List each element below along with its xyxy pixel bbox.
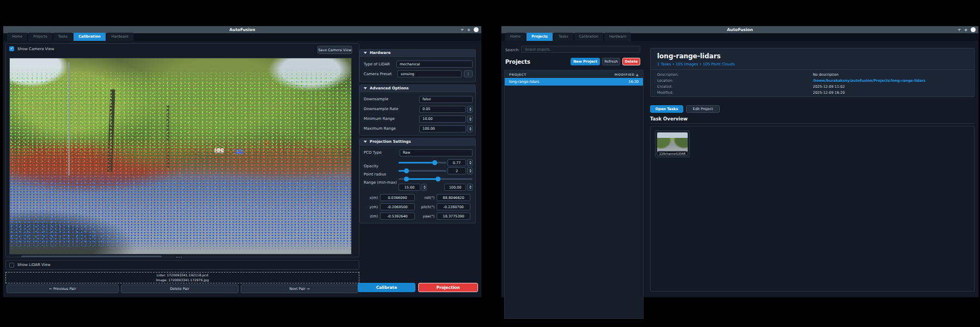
window-maximize-icon[interactable] bbox=[467, 28, 470, 32]
camera-preset-input[interactable]: sensing bbox=[397, 70, 462, 77]
spinner-control[interactable] bbox=[467, 159, 473, 166]
splitter-handle[interactable] bbox=[176, 257, 182, 258]
minimum-range-input[interactable]: 10.00 bbox=[419, 116, 466, 123]
divider bbox=[650, 123, 975, 124]
roll-input[interactable]: 88.8046620 bbox=[437, 194, 470, 201]
created-label: Created: bbox=[657, 84, 672, 89]
pcd-type-label: PCD Type bbox=[364, 150, 382, 155]
tab-tasks[interactable]: Tasks bbox=[554, 33, 573, 41]
maximum-range-input[interactable]: 100.00 bbox=[419, 125, 466, 132]
window-minimize-icon[interactable] bbox=[958, 29, 961, 31]
calibrate-button[interactable]: Calibrate bbox=[358, 283, 415, 292]
range-max-input[interactable]: 100.00 bbox=[444, 184, 466, 191]
yaw-input[interactable]: 18.3775390 bbox=[437, 213, 470, 220]
type-of-lidar-input[interactable]: mechanical bbox=[396, 60, 473, 68]
edit-project-button[interactable]: Edit Project bbox=[686, 105, 720, 113]
opacity-slider[interactable] bbox=[399, 162, 446, 164]
opacity-input[interactable]: 0.77 bbox=[448, 159, 466, 166]
spinner-control[interactable] bbox=[467, 125, 473, 132]
tab-projects[interactable]: Projects bbox=[28, 33, 52, 41]
range-slider[interactable] bbox=[399, 178, 473, 180]
window-minimize-icon[interactable] bbox=[461, 29, 464, 31]
projection-panel-header[interactable]: Projection Settings bbox=[360, 138, 475, 146]
show-camera-view-checkbox[interactable]: ✓ bbox=[9, 46, 14, 51]
column-modified[interactable]: MODIFIED ▲ bbox=[615, 72, 639, 76]
delete-button[interactable]: Delete bbox=[622, 58, 640, 65]
location-path-link[interactable]: /home/burakaksoy/autofusion/Projects/lon… bbox=[813, 78, 926, 83]
projects-table: PROJECT MODIFIED ▲ long-range-lidars 16:… bbox=[504, 70, 644, 319]
show-camera-view-label: Show Camera View bbox=[17, 47, 54, 51]
delete-pair-button[interactable]: Delete Pair bbox=[121, 284, 238, 293]
yaw-value: 18.3775390 bbox=[443, 214, 464, 219]
show-lidar-view-checkbox[interactable] bbox=[9, 263, 14, 268]
point-radius-input[interactable]: 2 bbox=[448, 167, 466, 174]
spinner-control[interactable] bbox=[467, 167, 473, 174]
spinner-control[interactable] bbox=[467, 106, 473, 113]
project-detail-card: long-range-lidars 1 Tasks • 105 Images •… bbox=[650, 48, 975, 97]
pitch-label: pitch(°) bbox=[415, 205, 434, 209]
tab-home[interactable]: Home bbox=[7, 33, 27, 41]
downsample-rate-input[interactable]: 0.05 bbox=[419, 106, 466, 113]
camera-image[interactable] bbox=[9, 58, 352, 255]
camera-preset-menu-button[interactable]: ⋮ bbox=[464, 70, 473, 77]
tab-calibration[interactable]: Calibration bbox=[574, 33, 603, 41]
created-value: 2025-12-09 11:02 bbox=[813, 84, 845, 89]
tab-calibration[interactable]: Calibration bbox=[74, 33, 105, 41]
previous-pair-button[interactable]: ← Previous Pair bbox=[7, 284, 119, 293]
search-label: Search: bbox=[505, 48, 519, 52]
projects-table-header[interactable]: PROJECT MODIFIED ▲ bbox=[505, 70, 643, 78]
project-stats-link[interactable]: 1 Tasks • 105 Images • 105 Point Clouds bbox=[657, 62, 735, 66]
x-input[interactable]: 0.0366090 bbox=[380, 194, 415, 201]
save-camera-view-button[interactable]: Save Camera View bbox=[317, 46, 352, 54]
spinner-control[interactable] bbox=[467, 116, 473, 123]
hardware-panel-header[interactable]: Hardware bbox=[360, 50, 475, 57]
downsample-input[interactable]: false bbox=[419, 96, 473, 103]
calibration-window: AutoFusion Home Projects Tasks Calibrati… bbox=[3, 26, 481, 297]
camera-hscrollbar[interactable] bbox=[21, 256, 162, 257]
table-row[interactable]: long-range-lidars 16:20 bbox=[505, 78, 643, 86]
next-pair-button[interactable]: Next Pair → bbox=[241, 284, 358, 293]
tab-hardware[interactable]: Hardware bbox=[604, 33, 631, 41]
downsample-rate-value: 0.05 bbox=[422, 107, 430, 111]
range-min-knob[interactable] bbox=[404, 177, 409, 181]
projection-button[interactable]: Projection bbox=[418, 283, 478, 292]
spinner-control[interactable] bbox=[421, 184, 427, 191]
tab-tasks[interactable]: Tasks bbox=[53, 33, 72, 41]
z-input[interactable]: -0.5392640 bbox=[380, 213, 415, 220]
opacity-value: 0.77 bbox=[453, 161, 461, 165]
range-max-knob[interactable] bbox=[436, 177, 440, 181]
refresh-button[interactable]: Refresh bbox=[602, 58, 620, 65]
search-input[interactable] bbox=[521, 46, 640, 53]
calibrate-label: Calibrate bbox=[376, 285, 397, 290]
x-label: x(m) bbox=[364, 196, 378, 200]
pair-info-dropzone[interactable]: Lidar: 1720093341.192118.pcd Image: 1720… bbox=[5, 272, 359, 283]
projects-window: AutoFusion Home Projects Tasks Calibrati… bbox=[501, 26, 978, 297]
window-close-icon[interactable] bbox=[971, 27, 976, 32]
range-min-input[interactable]: 15.00 bbox=[399, 184, 420, 191]
point-radius-slider-knob[interactable] bbox=[404, 168, 409, 173]
type-of-lidar-label: Type of LiDAR bbox=[364, 62, 390, 66]
right-titlebar[interactable]: AutoFusion bbox=[501, 26, 978, 33]
opacity-slider-knob[interactable] bbox=[432, 160, 437, 165]
range-min-value: 15.00 bbox=[405, 185, 415, 190]
advanced-panel-header[interactable]: Advanced Options bbox=[360, 85, 475, 92]
tab-home[interactable]: Home bbox=[505, 33, 525, 41]
window-close-icon[interactable] bbox=[474, 27, 479, 32]
z-label: z(m) bbox=[364, 214, 378, 219]
show-lidar-view-label: Show LiDAR View bbox=[17, 263, 51, 267]
minimum-range-label: Minimum Range bbox=[364, 117, 395, 121]
column-project[interactable]: PROJECT bbox=[509, 72, 526, 76]
new-project-button[interactable]: New Project bbox=[571, 58, 600, 65]
tab-hardware[interactable]: Hardware bbox=[107, 33, 133, 41]
pcd-type-input[interactable]: Raw bbox=[400, 149, 473, 156]
window-maximize-icon[interactable] bbox=[964, 28, 967, 32]
open-tasks-label: Open Tasks bbox=[656, 107, 678, 111]
pitch-input[interactable]: -0.2280700 bbox=[437, 203, 470, 210]
point-radius-slider[interactable] bbox=[399, 170, 446, 172]
y-value: -0.2069500 bbox=[387, 205, 408, 209]
task-card[interactable]: 128channelLiDAR bbox=[655, 130, 690, 158]
y-input[interactable]: -0.2069500 bbox=[380, 203, 415, 210]
open-tasks-button[interactable]: Open Tasks bbox=[650, 105, 683, 113]
spinner-control[interactable] bbox=[467, 184, 473, 191]
tab-projects[interactable]: Projects bbox=[526, 33, 553, 41]
